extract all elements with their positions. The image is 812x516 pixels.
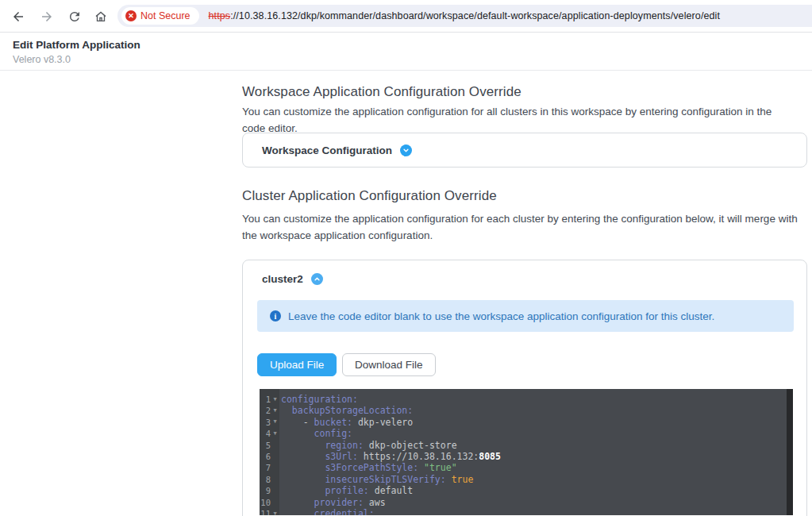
yaml-code-editor[interactable]: 1▼2▼3▼4▼567891011▼ configuration: backup… [260,389,793,515]
editor-gutter: 1▼2▼3▼4▼567891011▼ [260,394,279,515]
workspace-override-heading: Workspace Application Configuration Over… [242,84,521,100]
page-title: Edit Platform Application [13,39,812,51]
browser-window: ✕ Not Secure https://10.38.16.132/dkp/ko… [0,0,812,516]
download-file-button[interactable]: Download File [342,353,436,376]
app-version: Velero v8.3.0 [13,54,812,65]
info-alert-text: Leave the code editor blank to use the w… [288,310,714,322]
main-content: Workspace Application Configuration Over… [242,71,807,516]
back-icon[interactable] [11,10,25,24]
workspace-config-panel[interactable]: Workspace Configuration [242,133,807,168]
browser-toolbar: ✕ Not Secure https://10.38.16.132/dkp/ko… [0,0,812,33]
forward-icon[interactable] [40,10,54,24]
info-icon: i [270,310,281,322]
cluster-name-label: cluster2 [262,273,303,285]
editor-code[interactable]: configuration: backupStorageLocation: - … [281,394,787,515]
not-secure-badge[interactable]: ✕ Not Secure [121,7,199,25]
upload-file-button[interactable]: Upload File [257,353,337,376]
chevron-up-icon[interactable] [311,273,323,285]
cluster-panel-header[interactable]: cluster2 [262,273,323,285]
url-path: ://10.38.16.132/dkp/kommander/dashboard/… [230,10,720,21]
address-bar[interactable]: ✕ Not Secure https://10.38.16.132/dkp/ko… [117,5,812,27]
reload-icon[interactable] [67,10,82,24]
url-text[interactable]: https://10.38.16.132/dkp/kommander/dashb… [209,10,721,21]
info-alert: i Leave the code editor blank to use the… [257,300,794,332]
chevron-down-icon[interactable] [400,144,412,156]
not-secure-label: Not Secure [140,10,190,21]
not-secure-icon: ✕ [125,10,137,21]
page-header: Edit Platform Application Velero v8.3.0 [0,33,812,71]
workspace-override-description: You can customize the application config… [242,103,798,137]
url-protocol: https [209,10,231,21]
workspace-config-label: Workspace Configuration [262,144,392,156]
home-icon[interactable] [94,10,108,24]
cluster-override-heading: Cluster Application Configuration Overri… [242,188,497,204]
editor-scrollbar[interactable] [787,389,793,515]
cluster-panel: cluster2 i Leave the code editor blank t… [242,260,807,516]
cluster-override-description: You can customize the application config… [242,210,798,244]
